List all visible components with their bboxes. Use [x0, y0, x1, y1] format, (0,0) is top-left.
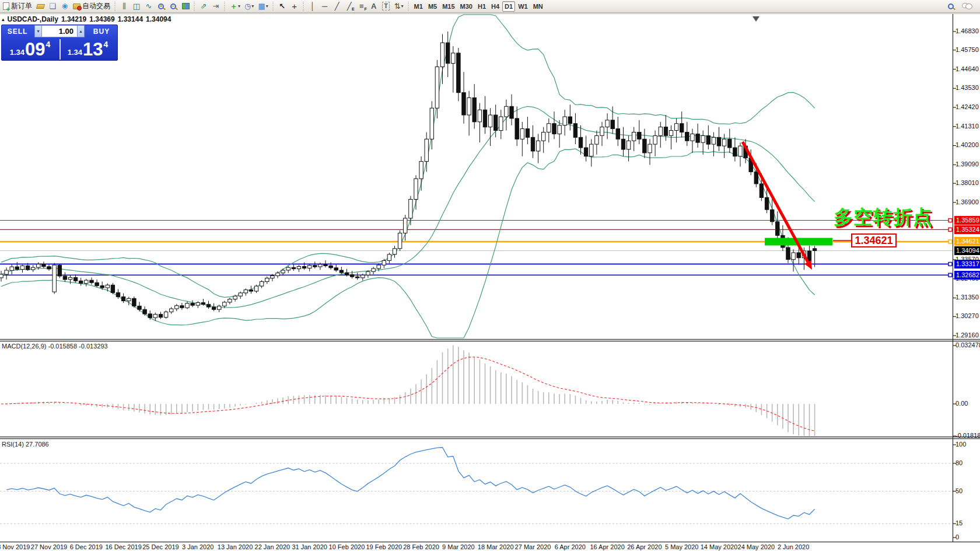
- price-level-label: 1.33317: [954, 260, 980, 268]
- arrows-tool-button[interactable]: ⇅▾: [393, 1, 405, 12]
- clock-icon: ◷: [244, 2, 251, 10]
- zoom-out-button[interactable]: −: [167, 1, 179, 12]
- chart-shift-icon: ⇥: [213, 2, 219, 10]
- gold-icon: [36, 4, 45, 9]
- zoom-out-icon: −: [170, 4, 176, 9]
- zoom-in-icon: +: [158, 4, 164, 9]
- rsi-tick-label: 80: [956, 459, 963, 466]
- tile-windows-button[interactable]: [180, 1, 191, 12]
- line-chart-icon: ∿: [146, 2, 152, 10]
- price-callout-box: 1.34621: [851, 233, 897, 247]
- macd-label: MACD(12,26,9) -0.015858 -0.013293: [2, 343, 108, 350]
- fibo-sub-letter: F: [364, 7, 366, 11]
- candlestick-button[interactable]: ◫: [131, 1, 142, 12]
- autotrade-icon: [73, 4, 80, 9]
- buy-price-sup: 4: [104, 40, 108, 49]
- signals-button[interactable]: ◉: [59, 1, 71, 12]
- price-tick-label: 1.44640: [956, 65, 979, 72]
- market-watch-icon: ❏: [49, 2, 56, 10]
- new-chart-icon: ＋: [230, 2, 237, 10]
- chart-shift-button[interactable]: ⇥: [210, 1, 222, 12]
- ohlc-open: 1.34219: [61, 15, 86, 23]
- tf-button-MN[interactable]: MN: [531, 1, 545, 12]
- rsi-label: RSI(14) 27.7086: [2, 441, 49, 448]
- price-tick-label: 1.39090: [956, 161, 979, 168]
- price-tick-label: 1.45750: [956, 46, 979, 53]
- tile-windows-icon: [182, 3, 190, 9]
- tf-button-H4[interactable]: H4: [489, 1, 502, 12]
- sell-price-sup: 4: [46, 40, 51, 49]
- text-label-button[interactable]: T: [380, 1, 392, 12]
- line-chart-button[interactable]: ∿: [143, 1, 155, 12]
- autotrade-label: 自动交易: [82, 1, 110, 11]
- horizontal-line-button[interactable]: ─: [319, 1, 331, 12]
- volume-input[interactable]: 1.00: [42, 25, 77, 37]
- tf-button-M5[interactable]: M5: [426, 1, 439, 12]
- tf-button-M30[interactable]: M30: [458, 1, 475, 12]
- templates-button[interactable]: ▦▾: [256, 1, 270, 12]
- buy-price-display[interactable]: 1.34 13 4: [59, 38, 117, 61]
- macd-values: -0.015858 -0.013293: [48, 343, 107, 350]
- search-icon: [948, 4, 954, 9]
- zoom-in-button[interactable]: +: [155, 1, 167, 12]
- cursor-button[interactable]: ↖: [276, 1, 288, 12]
- timeframe-group: M1M5M15M30H1H4D1W1MN: [412, 1, 545, 12]
- vertical-line-button[interactable]: │: [307, 1, 318, 12]
- buy-price-big: 13: [83, 40, 103, 58]
- sell-price-big: 09: [25, 40, 45, 58]
- turning-point-annotation: 多空转折点: [834, 204, 933, 231]
- ohlc-low: 1.33144: [118, 15, 143, 23]
- sell-price-display[interactable]: 1.34 09 4: [1, 38, 59, 61]
- toolbar-gripper: [407, 2, 410, 11]
- periods-button[interactable]: ◷▾: [243, 1, 256, 12]
- price-tick-label: 1.41310: [956, 123, 979, 130]
- tf-button-D1[interactable]: D1: [502, 1, 515, 12]
- toolbar-gripper: [114, 2, 117, 11]
- price-level-label: 1.35324: [954, 225, 980, 234]
- price-tick-label: 1.42420: [956, 103, 979, 110]
- ohlc-close: 1.34094: [146, 15, 171, 23]
- buy-button[interactable]: BUY: [85, 25, 118, 38]
- one-click-trade-panel: SELL ▼ 1.00 ▲ BUY 1.34 09 4 1.34 13 4: [1, 25, 118, 61]
- chat-button[interactable]: [960, 1, 974, 12]
- fibonacci-button[interactable]: ≡F: [356, 1, 368, 12]
- time-axis[interactable]: 18 Nov 201927 Nov 20196 Dec 201916 Dec 2…: [0, 542, 980, 551]
- chart-canvas[interactable]: [0, 0, 980, 551]
- trendline-button[interactable]: ╱: [331, 1, 343, 12]
- tf-button-W1[interactable]: W1: [516, 1, 530, 12]
- sell-button[interactable]: SELL: [1, 25, 34, 38]
- new-order-button[interactable]: ＋ 新订单: [1, 1, 34, 12]
- arrows-tool-icon: ⇅: [394, 2, 401, 10]
- bar-chart-button[interactable]: ⫼: [118, 1, 130, 12]
- price-tick-label: 1.40200: [956, 141, 979, 148]
- search-button[interactable]: [945, 1, 957, 12]
- volume-decrease-button[interactable]: ▼: [34, 25, 42, 37]
- market-watch-button[interactable]: ❏: [47, 1, 58, 12]
- ohlc-high: 1.34369: [89, 15, 114, 23]
- dropdown-icon: ▾: [238, 4, 240, 9]
- channel-icon: ╱: [347, 2, 352, 10]
- price-level-label: 1.34621: [954, 237, 980, 246]
- symbol-period-label: USDCAD-,Daily: [8, 15, 58, 23]
- auto-arrange-button[interactable]: ⇗: [198, 1, 209, 12]
- channel-button[interactable]: ╱E: [344, 1, 355, 12]
- profiles-icon: ⇗: [201, 2, 207, 10]
- tf-button-M15[interactable]: M15: [440, 1, 457, 12]
- tf-button-H1[interactable]: H1: [475, 1, 488, 12]
- tf-button-M1[interactable]: M1: [412, 1, 425, 12]
- crosshair-button[interactable]: +: [289, 1, 300, 12]
- signal-icon: ◉: [62, 2, 68, 10]
- volume-increase-button[interactable]: ▲: [77, 25, 85, 37]
- price-tick-label: 1.29160: [956, 332, 979, 339]
- gold-button[interactable]: [34, 1, 46, 12]
- new-chart-button[interactable]: ＋▾: [228, 1, 242, 12]
- toolbar-gripper: [193, 2, 196, 11]
- rsi-tick-label: 0: [956, 533, 959, 540]
- price-tick-label: 1.31350: [956, 294, 979, 301]
- autotrade-button[interactable]: 自动交易: [71, 1, 112, 12]
- crosshair-icon: +: [292, 2, 297, 10]
- text-tool-button[interactable]: A: [368, 1, 380, 12]
- price-tick-label: 1.43530: [956, 84, 979, 91]
- bar-chart-icon: ⫼: [123, 2, 126, 10]
- price-tick-label: 1.36900: [956, 198, 979, 205]
